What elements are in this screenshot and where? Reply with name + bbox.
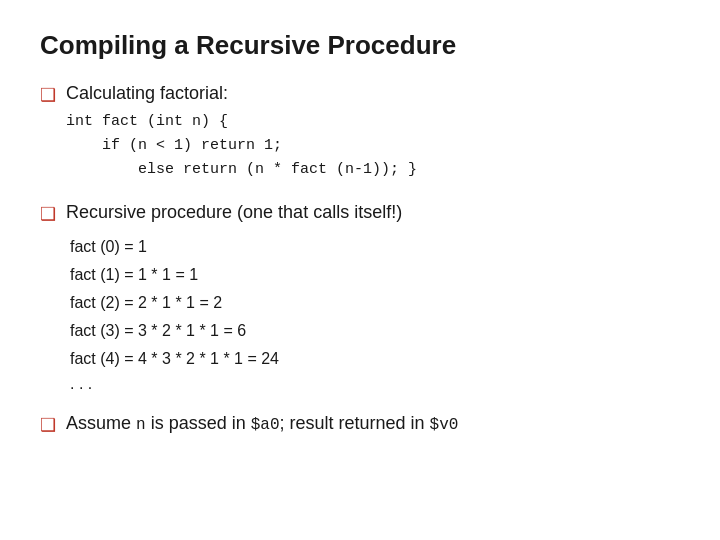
- section-recursive: ❑ Recursive procedure (one that calls it…: [40, 202, 680, 393]
- fact-line-3: fact (3) = 3 * 2 * 1 * 1 = 6: [70, 317, 680, 345]
- assume-text-middle: is passed in: [146, 413, 251, 433]
- fact-list: fact (0) = 1 fact (1) = 1 * 1 = 1 fact (…: [70, 233, 680, 373]
- code-line-3: else return (n * fact (n-1)); }: [66, 158, 680, 182]
- section1-label: Calculating factorial:: [66, 83, 680, 104]
- bullet-1: ❑: [40, 84, 56, 106]
- section2-label: Recursive procedure (one that calls itse…: [66, 202, 680, 223]
- section-assume: ❑ Assume n is passed in $a0; result retu…: [40, 413, 680, 436]
- code-line-1: int fact (int n) {: [66, 110, 680, 134]
- section1-content: Calculating factorial: int fact (int n) …: [66, 83, 680, 182]
- bullet-3: ❑: [40, 414, 56, 436]
- ellipsis: . . .: [70, 375, 680, 393]
- assume-line: Assume n is passed in $a0; result return…: [66, 413, 680, 434]
- fact-line-0: fact (0) = 1: [70, 233, 680, 261]
- code-block-1: int fact (int n) { if (n < 1) return 1; …: [66, 110, 680, 182]
- assume-code-v0: $v0: [430, 416, 459, 434]
- assume-text-before: Assume: [66, 413, 136, 433]
- fact-line-1: fact (1) = 1 * 1 = 1: [70, 261, 680, 289]
- fact-line-2: fact (2) = 2 * 1 * 1 = 2: [70, 289, 680, 317]
- section-factorial: ❑ Calculating factorial: int fact (int n…: [40, 83, 680, 182]
- assume-code-a0: $a0: [251, 416, 280, 434]
- fact-line-4: fact (4) = 4 * 3 * 2 * 1 * 1 = 24: [70, 345, 680, 373]
- page-title: Compiling a Recursive Procedure: [40, 30, 680, 61]
- assume-code-n: n: [136, 416, 146, 434]
- bullet-2: ❑: [40, 203, 56, 225]
- assume-text-after: ; result returned in: [280, 413, 430, 433]
- code-line-2: if (n < 1) return 1;: [66, 134, 680, 158]
- section2-content: Recursive procedure (one that calls itse…: [66, 202, 680, 393]
- section3-content: Assume n is passed in $a0; result return…: [66, 413, 680, 434]
